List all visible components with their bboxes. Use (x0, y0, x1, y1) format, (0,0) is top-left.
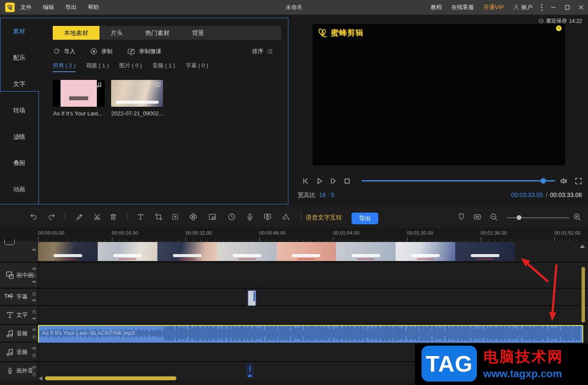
tab-local-material[interactable]: 本地素材 (53, 26, 99, 40)
voiceover-button[interactable] (246, 213, 254, 221)
filter-all[interactable]: 所有 ( 2 ) (53, 62, 76, 72)
vertical-scrollbar[interactable] (582, 267, 585, 322)
video-preview-screen[interactable]: 蜜蜂剪辑 ✕ (313, 24, 565, 165)
screen-record-button[interactable] (263, 213, 272, 221)
more-menu-button[interactable] (537, 0, 546, 15)
subtitle-track-header[interactable]: 字幕 (0, 289, 38, 305)
voiceover-track-header[interactable]: 画外音 (0, 362, 38, 379)
mosaic-button[interactable] (189, 213, 198, 221)
speech-text-convert-button[interactable]: 语音文字互转 (306, 214, 342, 222)
sidebar-item-transition[interactable]: 转场 (0, 107, 38, 115)
fullscreen-icon[interactable] (574, 177, 583, 185)
speaker-icon[interactable] (32, 327, 37, 332)
pip-track-header[interactable]: 画中画 (0, 263, 38, 288)
previous-frame-button[interactable] (301, 177, 310, 185)
scroll-left-arrow[interactable] (39, 376, 42, 381)
tab-intro[interactable]: 片头 (99, 26, 134, 40)
next-frame-button[interactable] (329, 177, 338, 185)
menu-file[interactable]: 文件 (15, 0, 37, 15)
filter-image[interactable]: 图片 ( 0 ) (119, 62, 142, 72)
app-logo-bee-icon[interactable] (5, 3, 15, 12)
play-button[interactable] (315, 177, 324, 185)
color-fill-button[interactable] (281, 213, 290, 221)
eye-icon[interactable] (32, 316, 37, 321)
unlock-icon[interactable] (32, 309, 37, 314)
zoom-in-button[interactable] (573, 213, 582, 221)
preview-progress-handle[interactable] (540, 178, 546, 184)
audio-track-2-header[interactable]: 音频 (0, 343, 38, 361)
fit-timeline-button[interactable] (473, 213, 482, 221)
sidebar-item-animation[interactable]: 动画 (0, 186, 38, 194)
text-tool-button[interactable] (136, 213, 145, 221)
material-thumb-video[interactable] (111, 80, 163, 107)
preview-progress-bar[interactable] (361, 180, 555, 181)
redo-button[interactable] (47, 213, 56, 221)
video-track-header[interactable] (0, 241, 38, 262)
eye-icon[interactable] (32, 279, 37, 284)
sidebar-item-text[interactable]: 文字 (0, 80, 38, 88)
close-button[interactable] (574, 0, 588, 15)
sidebar-item-overlay[interactable]: 叠附 (0, 159, 38, 167)
record-screen-button[interactable]: 录制微课 (127, 48, 161, 56)
marker-button[interactable] (457, 213, 466, 221)
speaker-icon[interactable] (32, 346, 37, 351)
sidebar-item-material[interactable]: 素材 (0, 28, 38, 35)
aspect-ratio[interactable]: 宽高比16 : 9 (297, 191, 334, 199)
audio-track-1-lane[interactable]: As If It's Your Last--BLACKPINK.mp3 (38, 325, 588, 342)
audio-track-1-header[interactable]: 音频 (0, 325, 38, 342)
tutorial-link[interactable]: 教程 (426, 3, 447, 11)
sort-button[interactable]: 排序 (252, 48, 273, 55)
minimize-button[interactable] (546, 0, 560, 15)
timeline-ruler[interactable]: 00:00:00.0000:00:16.0000:00:32.0000:00:4… (0, 228, 588, 241)
tab-background[interactable]: 背景 (181, 26, 215, 40)
split-button[interactable] (93, 213, 102, 221)
menu-export[interactable]: 导出 (60, 0, 82, 15)
zoom-out-button[interactable] (489, 213, 498, 221)
voiceover-clip[interactable] (246, 363, 254, 378)
text-track-header[interactable]: 文字 (0, 306, 38, 324)
zoom-pan-button[interactable] (171, 213, 179, 221)
volume-icon[interactable] (559, 177, 568, 185)
speaker-icon[interactable] (32, 365, 37, 370)
unlock-icon[interactable] (32, 372, 37, 377)
audio-clip-selected[interactable]: As If It's Your Last--BLACKPINK.mp3 (38, 325, 583, 344)
unlock-icon[interactable] (32, 273, 37, 278)
horizontal-scrollbar[interactable] (45, 376, 176, 380)
record-button[interactable]: 录制 (90, 48, 112, 55)
eye-icon[interactable] (32, 247, 37, 252)
watermark-close-icon[interactable]: ✕ (556, 25, 562, 31)
import-button[interactable]: 导入 (53, 48, 75, 55)
timeline-zoom-slider-handle[interactable] (517, 215, 521, 220)
undo-button[interactable] (29, 213, 38, 221)
unlock-icon[interactable] (32, 334, 37, 339)
filter-video[interactable]: 视频 ( 1 ) (86, 62, 109, 72)
scroll-up-arrow[interactable] (580, 245, 585, 248)
subtitle-track-lane[interactable] (38, 289, 588, 305)
filter-subtitle[interactable]: 字幕 ( 0 ) (185, 62, 208, 72)
timeline-zoom-slider[interactable] (507, 217, 569, 218)
pip-button[interactable] (208, 213, 217, 221)
crop-button[interactable] (154, 213, 163, 221)
customer-service-link[interactable]: 在线客服 (447, 3, 479, 11)
unlock-icon[interactable] (32, 291, 37, 296)
tab-hot-material[interactable]: 热门素材 (134, 26, 181, 40)
text-track-lane[interactable] (38, 306, 588, 324)
filter-audio[interactable]: 音频 ( 1 ) (152, 62, 175, 72)
eye-icon[interactable] (32, 298, 37, 303)
stop-button[interactable] (343, 177, 352, 185)
speaker-icon[interactable] (32, 266, 37, 271)
delete-button[interactable] (109, 213, 118, 221)
account-button[interactable]: 账户 (508, 3, 537, 11)
sidebar-item-music[interactable]: 配乐 (0, 54, 38, 62)
unlock-icon[interactable] (32, 353, 37, 358)
maximize-button[interactable] (560, 0, 574, 15)
subtitle-clip[interactable] (247, 290, 256, 306)
export-button[interactable]: 导出 (352, 213, 378, 224)
menu-help[interactable]: 帮助 (82, 0, 105, 15)
vip-upgrade-link[interactable]: 开通VIP (479, 3, 508, 11)
edit-button[interactable] (75, 213, 84, 221)
material-thumb-audio[interactable] (53, 80, 105, 107)
menu-edit[interactable]: 编辑 (37, 0, 60, 15)
sidebar-item-filter[interactable]: 滤镜 (0, 133, 38, 141)
video-clip[interactable] (38, 242, 515, 261)
